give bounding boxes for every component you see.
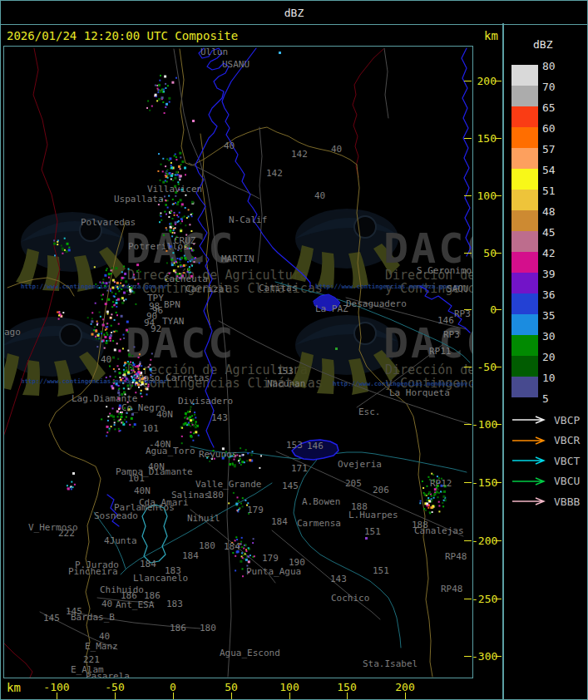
radar-echo [189, 224, 190, 225]
radar-echo [189, 248, 190, 249]
radar-echo [232, 552, 234, 554]
map-label: 184 [140, 559, 156, 569]
map-label: Agua_Escond [220, 648, 280, 658]
radar-echo [111, 332, 112, 333]
radar-echo [240, 447, 241, 449]
radar-echo [125, 280, 127, 283]
radar-echo [121, 302, 124, 304]
radar-echo [166, 158, 168, 160]
radar-echo [167, 169, 169, 170]
map-label: RP3 [443, 329, 460, 340]
radar-echo [110, 288, 111, 290]
h-axis-label: 200 [387, 681, 423, 693]
radar-echo [244, 461, 245, 463]
radar-echo [112, 279, 115, 282]
map-label: Ovejeria [338, 459, 382, 470]
legend-item: VBCP [511, 415, 580, 425]
map-label: Llancanelo [133, 573, 188, 584]
radar-echo [159, 80, 161, 81]
legend-label: VBCP [554, 414, 580, 426]
radar-echo [165, 106, 166, 108]
radar-echo [111, 426, 112, 427]
radar-echo [135, 384, 136, 386]
radar-echo [112, 357, 115, 359]
radar-echo [119, 372, 121, 374]
radar-echo [166, 227, 167, 229]
radar-echo [184, 257, 186, 259]
radar-echo [167, 85, 169, 86]
radar-echo [150, 364, 151, 366]
radar-echo [100, 282, 101, 283]
radar-echo [176, 175, 178, 176]
radar-echo [169, 172, 171, 175]
radar-echo [111, 267, 113, 269]
radar-echo [164, 211, 166, 213]
map-label: Valle_Grande [195, 479, 261, 490]
radar-echo [427, 507, 429, 509]
v-axis-label: -200 [472, 535, 497, 547]
map-label: 179 [247, 505, 264, 515]
radar-echo [101, 333, 102, 334]
radar-echo [244, 545, 245, 546]
map-label: 101 [142, 423, 159, 434]
radar-echo [58, 312, 60, 313]
v-axis-tick [496, 81, 502, 81]
map-label: Agua_Toro [146, 446, 195, 456]
radar-echo [185, 224, 186, 226]
map-label: 180 [199, 540, 215, 551]
radar-echo [174, 212, 175, 214]
palette-swatch [511, 190, 538, 210]
radar-echo [177, 201, 179, 203]
radar-echo [169, 157, 171, 160]
radar-echo [116, 306, 117, 308]
radar-echo [180, 223, 181, 224]
map-boundary [258, 127, 262, 263]
radar-echo [438, 492, 440, 494]
radar-echo [111, 287, 114, 289]
radar-echo [181, 203, 184, 205]
radar-echo [64, 249, 66, 251]
radar-echo [189, 416, 191, 418]
radar-echo [104, 348, 106, 349]
radar-echo [195, 423, 196, 425]
map-label: Punta_Agua [246, 566, 301, 577]
palette-swatch [511, 335, 538, 356]
radar-echo [235, 569, 236, 571]
h-axis-label: -100 [38, 681, 75, 693]
legend-label: VBBB [554, 495, 580, 508]
radar-map[interactable]: DACCDirección de Agriculturay Contingenc… [4, 47, 472, 678]
radar-echo [61, 316, 62, 318]
radar-echo [91, 333, 94, 336]
palette-swatch [511, 231, 538, 252]
radar-echo [66, 250, 68, 253]
radar-echo [98, 333, 100, 335]
radar-echo [190, 230, 192, 232]
radar-echo [123, 387, 125, 389]
palette-swatch-label: 45 [542, 226, 567, 239]
radar-echo [116, 299, 117, 301]
radar-echo [442, 495, 445, 498]
watermark-text: http://www.contingencias.mendoza.gov.ar [333, 380, 472, 387]
radar-echo [110, 340, 111, 342]
radar-echo [169, 101, 170, 103]
title-bar: dBZ [0, 0, 588, 25]
radar-echo [95, 336, 96, 338]
radar-echo [163, 234, 165, 236]
radar-echo [241, 537, 243, 539]
radar-echo [116, 330, 118, 332]
radar-echo [131, 355, 133, 357]
radar-echo [114, 331, 116, 333]
map-label: 151 [373, 565, 389, 576]
map-label: Sosneado [94, 510, 138, 521]
radar-echo [114, 281, 116, 283]
radar-echo [71, 486, 72, 487]
radar-echo [170, 162, 172, 164]
palette-swatch-label: 48 [542, 205, 567, 218]
radar-echo [165, 87, 166, 89]
radar-echo [175, 264, 176, 266]
radar-echo [235, 503, 238, 505]
radar-echo [246, 460, 248, 461]
radar-echo [172, 218, 174, 219]
radar-echo [111, 313, 112, 315]
radar-echo [184, 167, 186, 170]
